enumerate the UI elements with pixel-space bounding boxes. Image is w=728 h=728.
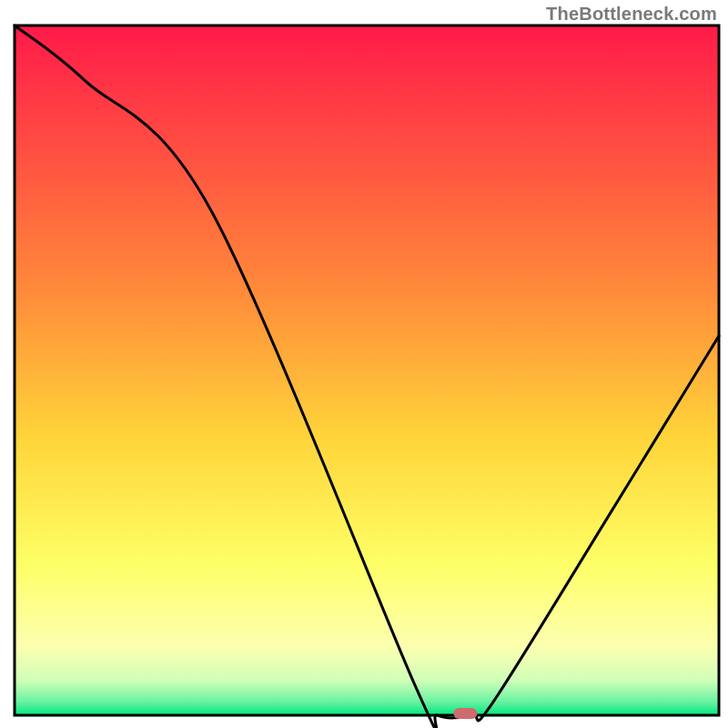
optimum-marker <box>453 708 477 719</box>
bottleneck-chart: TheBottleneck.com <box>0 0 728 728</box>
chart-svg <box>0 0 728 728</box>
plot-background <box>15 25 719 715</box>
watermark-text: TheBottleneck.com <box>546 4 717 25</box>
